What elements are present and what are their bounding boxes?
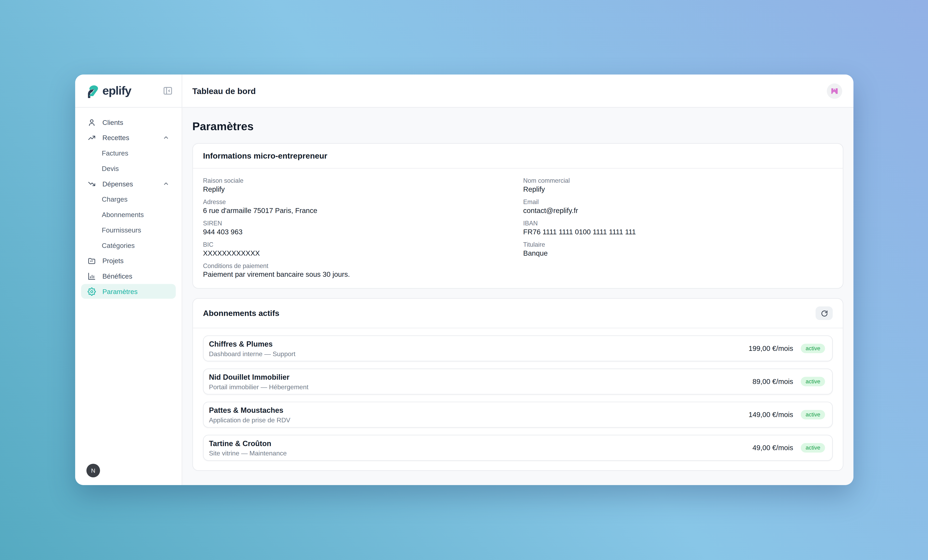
sidebar-header: eplify [75, 75, 182, 108]
desktop-background: eplify Clients [0, 0, 928, 560]
pink-app-icon[interactable] [827, 83, 842, 99]
field-siren: SIREN 944 403 963 [203, 219, 513, 236]
status-badge: active [801, 443, 825, 452]
main-area: Tableau de bord Paramètres Informations … [182, 75, 853, 485]
field-value: Banque [523, 249, 833, 257]
app-window: eplify Clients [75, 75, 853, 485]
replify-logo[interactable]: eplify [86, 83, 131, 99]
info-card-header: Informations micro-entrepreneur [193, 144, 843, 169]
subscription-description: Portail immobilier — Hébergement [209, 383, 308, 390]
subscription-row[interactable]: Tartine & Croûton Site vitrine — Mainten… [203, 435, 833, 461]
sidebar-item-label: Devis [102, 165, 119, 172]
sidebar-item-fournisseurs[interactable]: Fournisseurs [81, 222, 176, 237]
status-badge: active [801, 410, 825, 419]
sidebar-nav: Clients Recettes Factures Devis [75, 108, 182, 464]
field-label: Titulaire [523, 241, 833, 248]
panel-left-collapse-icon[interactable] [162, 85, 172, 96]
sidebar-footer: N [75, 464, 182, 485]
sidebar-item-label: Catégories [102, 242, 135, 249]
subscription-info: Pattes & Moustaches Application de prise… [209, 406, 290, 423]
field-label: Conditions de paiement [203, 262, 513, 269]
page-content: Paramètres Informations micro-entreprene… [182, 108, 853, 485]
field-conditions-paiement: Conditions de paiement Paiement par vire… [203, 262, 513, 279]
subscription-description: Site vitrine — Maintenance [209, 449, 287, 457]
field-label: BIC [203, 241, 513, 248]
bar-chart-icon [87, 272, 96, 280]
trending-up-icon [87, 133, 96, 142]
field-value: 944 403 963 [203, 228, 513, 236]
subscription-info: Chiffres & Plumes Dashboard interne — Su… [209, 340, 295, 357]
sidebar-item-label: Charges [102, 196, 128, 202]
sidebar-item-label: Bénéfices [102, 272, 132, 280]
sidebar-item-label: Paramètres [102, 288, 137, 295]
subscription-meta: 49,00 €/mois active [752, 443, 825, 452]
field-value: 6 rue d'armaille 75017 Paris, France [203, 207, 513, 215]
sidebar-item-recettes[interactable]: Recettes [81, 130, 176, 145]
subscriptions-card: Abonnements actifs Chiffres & Plumes Das… [192, 298, 844, 471]
info-card: Informations micro-entrepreneur Raison s… [192, 143, 844, 289]
sidebar-item-factures[interactable]: Factures [81, 146, 176, 160]
logo-text: eplify [102, 84, 131, 98]
gear-icon [87, 287, 96, 295]
subscription-info: Nid Douillet Immobilier Portail immobili… [209, 373, 308, 390]
subscription-description: Dashboard interne — Support [209, 350, 295, 357]
field-label: SIREN [203, 219, 513, 227]
sidebar-item-label: Factures [102, 149, 128, 157]
refresh-button[interactable] [816, 306, 833, 320]
subscription-meta: 89,00 €/mois active [752, 377, 825, 386]
sidebar-item-categories[interactable]: Catégories [81, 238, 176, 253]
chevron-up-icon [163, 134, 169, 141]
subscription-name: Nid Douillet Immobilier [209, 373, 308, 381]
sidebar-item-parametres[interactable]: Paramètres [81, 284, 176, 299]
sidebar-item-label: Projets [102, 257, 124, 264]
field-label: IBAN [523, 219, 833, 227]
info-grid: Raison sociale Replify Nom commercial Re… [203, 177, 833, 278]
sidebar-item-depenses[interactable]: Dépenses [81, 176, 176, 191]
subscription-meta: 149,00 €/mois active [749, 410, 825, 419]
subscription-name: Chiffres & Plumes [209, 340, 295, 348]
replify-logo-mark [86, 83, 102, 99]
field-adresse: Adresse 6 rue d'armaille 75017 Paris, Fr… [203, 198, 513, 215]
folder-icon [87, 256, 96, 265]
subscriptions-card-header: Abonnements actifs [193, 299, 843, 328]
sidebar-item-projets[interactable]: Projets [81, 253, 176, 268]
topbar-title: Tableau de bord [192, 86, 256, 96]
field-bic: BIC XXXXXXXXXXXX [203, 241, 513, 257]
info-card-body: Raison sociale Replify Nom commercial Re… [193, 169, 843, 288]
sidebar-item-benefices[interactable]: Bénéfices [81, 269, 176, 283]
info-card-title: Informations micro-entrepreneur [203, 151, 327, 160]
sidebar-item-clients[interactable]: Clients [81, 115, 176, 129]
sidebar-item-label: Fournisseurs [102, 226, 141, 233]
subscription-name: Pattes & Moustaches [209, 406, 290, 414]
sidebar-item-devis[interactable]: Devis [81, 161, 176, 176]
field-nom-commercial: Nom commercial Replify [523, 177, 833, 193]
subscription-price: 149,00 €/mois [749, 411, 793, 419]
field-label: Email [523, 198, 833, 205]
sidebar-item-label: Clients [102, 119, 123, 126]
field-raison-sociale: Raison sociale Replify [203, 177, 513, 193]
sidebar-item-label: Abonnements [102, 211, 144, 218]
user-avatar[interactable]: N [86, 464, 100, 477]
chevron-up-icon [163, 181, 169, 187]
field-label: Nom commercial [523, 177, 833, 184]
sidebar: eplify Clients [75, 75, 182, 485]
status-badge: active [801, 377, 825, 386]
subscription-row[interactable]: Pattes & Moustaches Application de prise… [203, 402, 833, 428]
subscription-row[interactable]: Chiffres & Plumes Dashboard interne — Su… [203, 335, 833, 361]
field-value: XXXXXXXXXXXX [203, 249, 513, 257]
field-iban: IBAN FR76 1111 1111 0100 1111 1111 111 [523, 219, 833, 236]
field-value: Replify [523, 185, 833, 193]
subscription-row[interactable]: Nid Douillet Immobilier Portail immobili… [203, 368, 833, 394]
page-title: Paramètres [192, 120, 844, 133]
subscription-name: Tartine & Croûton [209, 439, 287, 447]
subscriptions-card-title: Abonnements actifs [203, 309, 279, 318]
subscription-price: 199,00 €/mois [749, 344, 793, 353]
field-value: Replify [203, 185, 513, 193]
subscription-list: Chiffres & Plumes Dashboard interne — Su… [193, 328, 843, 470]
field-titulaire: Titulaire Banque [523, 241, 833, 257]
sidebar-item-abonnements[interactable]: Abonnements [81, 207, 176, 222]
field-value: contact@replify.fr [523, 207, 833, 215]
sidebar-item-charges[interactable]: Charges [81, 192, 176, 207]
field-label: Adresse [203, 198, 513, 205]
subscription-info: Tartine & Croûton Site vitrine — Mainten… [209, 439, 287, 456]
